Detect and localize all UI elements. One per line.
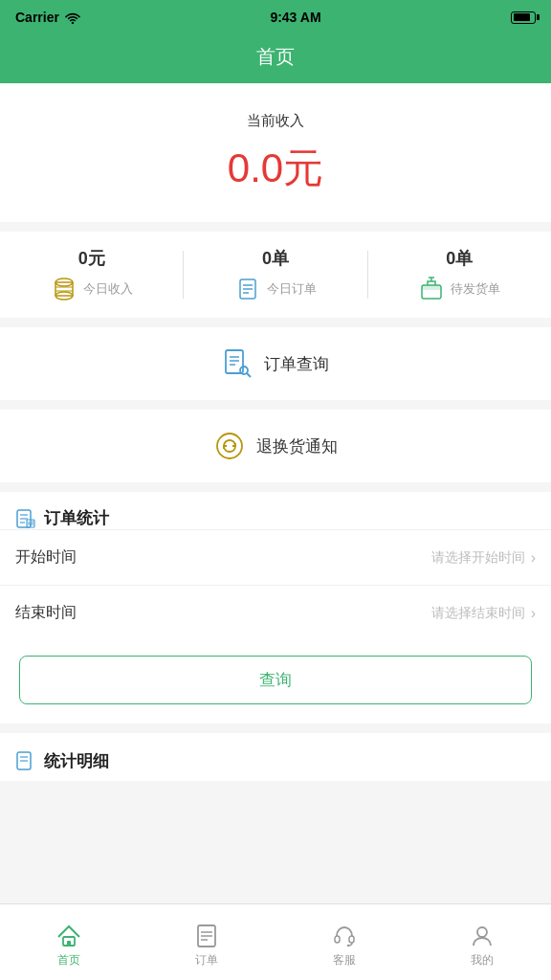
carrier-label: Carrier: [15, 10, 80, 25]
svg-point-40: [477, 927, 487, 937]
income-value: 0.0: [228, 145, 283, 190]
status-bar: Carrier 9:43 AM: [0, 0, 551, 34]
svg-point-19: [217, 434, 242, 458]
app-header: 首页: [0, 34, 551, 83]
svg-rect-37: [335, 936, 340, 943]
end-time-chevron: ›: [531, 605, 536, 622]
tab-profile-label: 我的: [471, 952, 494, 969]
page-title: 首页: [0, 44, 551, 70]
stat-today-income-label: 今日收入: [83, 280, 133, 298]
tab-home-label: 首页: [57, 952, 80, 969]
return-notify-label: 退换货通知: [256, 435, 338, 457]
return-notify-card[interactable]: 退换货通知: [0, 410, 551, 482]
order-stats-icon: [15, 508, 36, 529]
stat-today-orders-label: 今日订单: [267, 280, 317, 298]
return-notify-menu-item[interactable]: 退换货通知: [0, 410, 551, 482]
stat-pending-number: 0单: [446, 247, 473, 270]
svg-line-18: [247, 373, 251, 377]
query-btn-wrap: 查询: [0, 640, 551, 724]
svg-point-17: [240, 367, 248, 374]
end-time-value[interactable]: 请选择结束时间 ›: [431, 605, 536, 622]
stat-today-orders-number: 0单: [262, 247, 289, 270]
stat-pending-shipment: 0单 待发货单: [368, 247, 551, 302]
svg-rect-11: [422, 285, 441, 290]
order-stats-header: 订单统计: [0, 492, 551, 529]
query-button[interactable]: 查询: [19, 656, 532, 704]
tab-orders[interactable]: 订单: [138, 916, 276, 969]
income-unit: 元: [283, 145, 323, 190]
tab-orders-label: 订单: [195, 952, 218, 969]
income-card: 当前收入 0.0元: [0, 83, 551, 222]
person-icon: [470, 924, 495, 948]
stat-pending-label: 待发货单: [451, 280, 500, 298]
svg-rect-32: [67, 941, 71, 946]
svg-point-39: [347, 945, 349, 947]
battery-indicator: [511, 11, 536, 24]
tab-profile[interactable]: 我的: [413, 916, 551, 969]
order-stats-card: 订单统计 开始时间 请选择开始时间 › 结束时间 请选择结束时间 › 查询: [0, 492, 551, 724]
home-icon: [56, 924, 81, 948]
start-time-label: 开始时间: [15, 547, 77, 568]
status-time: 9:43 AM: [270, 10, 320, 25]
partial-section-title: 统计明细: [44, 750, 109, 772]
battery-icon: [511, 11, 536, 24]
order-icon: [234, 276, 261, 302]
stats-detail-icon: [15, 750, 36, 771]
income-amount: 0.0元: [19, 142, 532, 195]
order-stats-title: 订单统计: [44, 507, 109, 529]
tab-service[interactable]: 客服: [276, 916, 413, 969]
order-query-label: 订单查询: [264, 353, 329, 375]
stat-today-income: 0元 今日收入: [0, 247, 183, 302]
wifi-icon: [65, 11, 80, 24]
end-time-label: 结束时间: [15, 603, 77, 623]
stats-card: 0元 今日收入 0单: [0, 232, 551, 318]
start-time-value[interactable]: 请选择开始时间 ›: [431, 549, 536, 567]
tab-home[interactable]: 首页: [0, 916, 138, 969]
partial-section: 统计明细: [0, 733, 551, 781]
list-icon: [194, 924, 219, 948]
tab-bar: 首页 订单 客服 我的: [0, 903, 551, 980]
tab-service-label: 客服: [333, 952, 356, 969]
barrel-icon: [51, 276, 77, 302]
income-label: 当前收入: [19, 112, 532, 130]
main-content: 当前收入 0.0元 0元 今日收入 0单: [0, 83, 551, 781]
svg-rect-38: [349, 936, 354, 943]
start-time-row[interactable]: 开始时间 请选择开始时间 ›: [0, 529, 551, 585]
svg-point-0: [72, 21, 74, 23]
start-time-chevron: ›: [531, 549, 536, 567]
shipment-icon: [418, 276, 445, 302]
order-query-card[interactable]: 订单查询: [0, 327, 551, 400]
order-query-menu-item[interactable]: 订单查询: [0, 327, 551, 400]
end-time-row[interactable]: 结束时间 请选择结束时间 ›: [0, 585, 551, 640]
stat-today-income-number: 0元: [78, 247, 105, 270]
return-icon: [214, 431, 245, 461]
stat-today-orders: 0单 今日订单: [184, 247, 366, 302]
headset-icon: [332, 924, 357, 948]
order-search-icon: [222, 348, 253, 379]
